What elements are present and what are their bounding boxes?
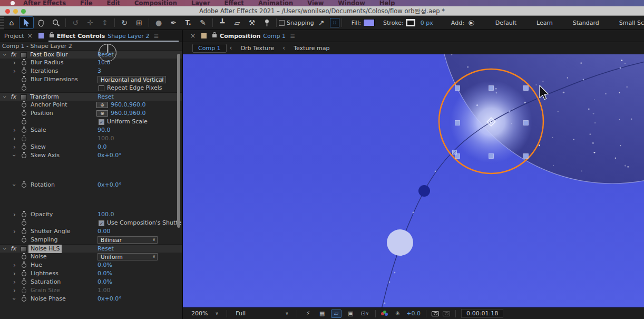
path-vertex[interactable] (620, 67, 621, 69)
zoom-tool[interactable] (49, 17, 63, 28)
menu-view[interactable]: View (307, 0, 324, 6)
path-vertex[interactable] (389, 282, 391, 283)
workspace-small-scre[interactable]: Small Scre (612, 20, 644, 26)
show-channels-button[interactable] (381, 311, 388, 317)
path-vertex[interactable] (413, 212, 414, 214)
stopwatch-icon[interactable] (22, 255, 26, 259)
stopwatch-icon[interactable] (22, 272, 26, 276)
property-value[interactable]: 1.00 (97, 286, 111, 295)
property-value[interactable]: 0.0 (97, 143, 107, 151)
region-of-interest-button[interactable]: ▣ (345, 310, 356, 318)
twirl-icon[interactable]: › (13, 126, 16, 134)
show-snapshot-button[interactable] (443, 311, 450, 316)
selection-handle[interactable] (524, 154, 529, 159)
roto-brush-tool[interactable]: ⚒ (245, 17, 259, 28)
snapping-checkbox[interactable] (279, 20, 285, 26)
rotation-tool[interactable]: ↻ (118, 17, 131, 28)
stopwatch-icon[interactable] (22, 183, 26, 188)
twirl-icon[interactable]: › (13, 143, 16, 151)
type-tool[interactable]: T. (181, 17, 195, 28)
selection-handle[interactable] (455, 121, 460, 125)
property-dropdown[interactable]: Horizontal and Vertical∨ (97, 76, 166, 83)
resolution-select[interactable]: Full ∨ (232, 310, 291, 317)
stroke-color-swatch[interactable] (406, 19, 415, 26)
close-icon[interactable]: × (190, 32, 196, 40)
menu-animation[interactable]: Animation (258, 0, 293, 6)
twirl-icon[interactable]: › (13, 269, 16, 278)
stopwatch-icon[interactable] (22, 128, 26, 133)
workspace-default[interactable]: Default (488, 20, 529, 26)
twirl-icon[interactable]: › (1, 54, 9, 56)
twirl-icon[interactable]: › (13, 210, 16, 219)
reset-link[interactable]: Reset (97, 245, 114, 253)
path-vertex[interactable] (384, 303, 386, 304)
stopwatch-icon[interactable] (22, 61, 26, 65)
path-vertex[interactable] (394, 272, 396, 274)
stopwatch-icon[interactable] (22, 120, 26, 124)
property-value[interactable]: 0.0% (97, 278, 112, 286)
menu-file[interactable]: File (80, 0, 93, 6)
selection-handle[interactable] (455, 86, 460, 91)
breadcrumb-comp-1[interactable]: Comp 1 (192, 44, 227, 53)
path-vertex[interactable] (509, 111, 511, 112)
lock-icon[interactable] (212, 34, 217, 37)
twirl-icon[interactable]: › (10, 298, 18, 301)
angle-dial[interactable] (99, 44, 116, 62)
menu-help[interactable]: Help (379, 0, 395, 6)
property-checkbox[interactable]: ✓ (99, 119, 104, 125)
twirl-icon[interactable]: › (10, 184, 18, 187)
stopwatch-icon[interactable] (22, 238, 26, 243)
current-time-display[interactable]: 0:00:01:18 (461, 309, 503, 318)
panel-menu-icon[interactable]: ≡ (290, 32, 295, 40)
property-value[interactable]: 0x+0.0° (97, 295, 122, 303)
menu-effect[interactable]: Effect (225, 0, 244, 6)
fill-color-swatch[interactable] (363, 19, 375, 26)
twirl-icon[interactable]: › (1, 96, 9, 99)
stroke-width-value[interactable]: 0 px (421, 20, 433, 26)
close-icon[interactable]: × (27, 32, 33, 40)
stopwatch-icon[interactable] (22, 229, 26, 234)
twirl-icon[interactable]: › (13, 278, 16, 286)
effect-panel-scrollbar[interactable] (177, 54, 180, 228)
menu-after-effects[interactable]: After Effects (23, 0, 66, 6)
selection-handle[interactable] (489, 86, 494, 91)
crop-region-button[interactable]: ⊡∨ (359, 310, 370, 318)
property-value[interactable]: 90.0 (97, 126, 111, 134)
dolly-camera-tool[interactable]: ↕ (98, 17, 112, 28)
fast-previews-button[interactable]: ⚡ (303, 310, 313, 318)
path-vertex[interactable] (583, 79, 584, 81)
point-target-icon[interactable]: ⊕ (96, 110, 108, 117)
transparency-grid-button[interactable]: ▦ (317, 310, 327, 318)
fx-badge[interactable]: fx (11, 245, 16, 253)
path-vertex[interactable] (435, 171, 436, 172)
small-light-orb[interactable] (387, 229, 413, 256)
lock-icon[interactable] (50, 34, 54, 37)
property-value[interactable]: 960.0,960.0 (111, 109, 145, 118)
selection-tool[interactable] (19, 17, 33, 28)
property-value[interactable]: 0.0% (97, 269, 112, 278)
effect-header-noise-hls[interactable]: ›fxNoise HLSReset (0, 244, 182, 253)
stopwatch-icon[interactable] (22, 153, 26, 158)
property-value[interactable]: 0x+0.0° (97, 181, 122, 189)
twirl-icon[interactable]: › (10, 154, 18, 157)
menu-edit[interactable]: Edit (107, 0, 121, 6)
twirl-icon[interactable]: › (13, 227, 16, 236)
property-value[interactable]: 960.0,960.0 (111, 101, 145, 109)
stopwatch-icon[interactable] (22, 111, 26, 116)
property-value[interactable]: 0x+0.0° (97, 151, 122, 160)
property-value[interactable]: 0.0% (97, 261, 112, 269)
stopwatch-icon[interactable] (22, 221, 26, 226)
breadcrumb-orb-texture[interactable]: Orb Texture (235, 44, 279, 52)
twirl-icon[interactable]: › (13, 261, 16, 269)
panel-menu-icon[interactable]: ≡ (153, 32, 159, 40)
fx-badge[interactable]: fx (11, 93, 16, 101)
stopwatch-icon[interactable] (22, 137, 26, 141)
pen-tool[interactable]: ✒ (167, 17, 180, 28)
stopwatch-icon[interactable] (22, 263, 26, 268)
stopwatch-icon[interactable] (22, 78, 26, 82)
snap-to-features-icon[interactable]: ∷ (330, 18, 339, 27)
stopwatch-icon[interactable] (22, 297, 26, 302)
stopwatch-icon[interactable] (22, 212, 26, 217)
fx-badge[interactable]: fx (11, 51, 16, 59)
property-checkbox[interactable] (99, 85, 104, 91)
